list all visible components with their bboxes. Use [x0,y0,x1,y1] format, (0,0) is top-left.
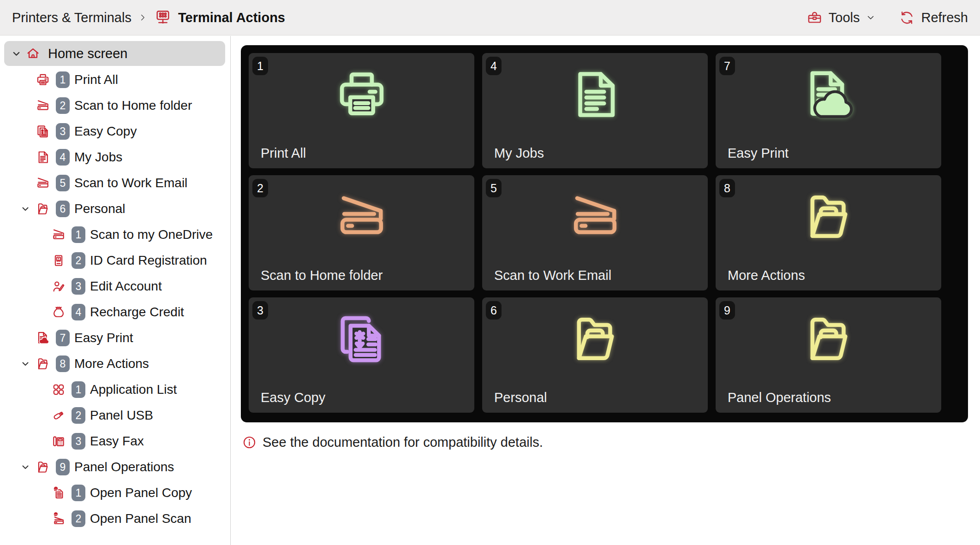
tile-panel-operations[interactable]: 9 Panel Operations [716,297,941,413]
tree-item-scan-to-my-onedrive[interactable]: 1 Scan to my OneDrive [0,222,230,248]
tree-item-label: My Jobs [74,150,122,165]
open-folder-icon [565,308,626,369]
tree-item-home-screen[interactable]: Home screen [4,41,225,66]
tile-scan-to-work-email[interactable]: 5 Scan to Work Email [482,175,708,290]
tree-item-scan-to-home-folder[interactable]: 2 Scan to Home folder [0,93,230,118]
tree-item-label: Scan to Work Email [74,176,187,190]
open-folder-icon [798,308,859,369]
tree-item-easy-copy[interactable]: 3 Easy Copy [0,118,230,144]
order-badge: 8 [56,355,70,372]
scanner-icon [35,175,51,191]
order-badge: 4 [72,304,85,320]
tile-number-badge: 9 [719,301,735,320]
tree-sidebar: Home screen 1 Print All 2 Scan to Home f… [0,36,231,545]
tools-label: Tools [829,10,860,25]
compatibility-note: See the documentation for compatibility … [242,435,543,450]
tree-item-panel-operations[interactable]: 9 Panel Operations [0,454,230,480]
tile-personal[interactable]: 6 Personal [482,297,708,413]
expander-chevron-icon[interactable] [11,48,22,59]
tree-item-label: Scan to Home folder [74,98,192,113]
tree-item-application-list[interactable]: 1 Application List [0,377,230,403]
top-bar: Printers & Terminals Terminal Actions To… [0,0,980,36]
copy-docs-icon [35,124,51,139]
refresh-button[interactable]: Refresh [898,9,968,26]
tree-item-panel-usb[interactable]: 2 Panel USB [0,403,230,428]
open-folder-icon [35,459,51,475]
order-badge: 3 [72,433,85,450]
tree-item-easy-print[interactable]: 7 Easy Print [0,325,230,351]
tree-item-label: Open Panel Copy [90,486,192,500]
copy-bubble-icon [51,485,66,501]
order-badge: 2 [56,97,70,114]
page-title: Terminal Actions [178,10,285,25]
order-badge: 2 [72,407,85,424]
expander-chevron-icon[interactable] [20,358,31,369]
tree-item-more-actions[interactable]: 8 More Actions [0,351,230,377]
app-grid-icon [51,382,66,397]
order-badge: 3 [72,278,85,295]
tree-item-print-all[interactable]: 1 Print All [0,67,230,93]
document-icon [35,149,51,165]
compatibility-note-text: See the documentation for compatibility … [263,435,543,450]
tile-label: Easy Print [728,146,789,161]
open-folder-icon [35,356,51,372]
order-badge: 5 [56,175,70,191]
scanner-icon [35,98,51,113]
house-icon [25,46,41,61]
tree-item-id-card-registration[interactable]: 2 ID Card Registration [0,248,230,273]
tile-scan-to-home-folder[interactable]: 2 Scan to Home folder [249,175,474,290]
tile-number-badge: 2 [252,179,268,197]
tile-my-jobs[interactable]: 4 My Jobs [482,53,708,168]
tree-item-my-jobs[interactable]: 4 My Jobs [0,144,230,170]
toolbar: Tools Refresh [806,9,968,26]
order-badge: 9 [56,459,70,475]
tree-item-label: Easy Print [74,331,133,345]
tools-button[interactable]: Tools [806,9,877,26]
tree-item-label: Home screen [48,46,127,61]
tree-item-recharge-credit[interactable]: 4 Recharge Credit [0,299,230,325]
tree-item-label: ID Card Registration [90,253,207,268]
tree-item-scan-to-work-email[interactable]: 5 Scan to Work Email [0,170,230,196]
scanner-icon [565,186,626,247]
printer-icon [331,64,392,125]
scanner-icon [51,227,66,243]
tree-item-label: Easy Copy [74,124,137,139]
scanner-icon [331,186,392,247]
expander-chevron-icon[interactable] [20,203,31,214]
doc-cloud-icon [798,64,859,125]
tile-easy-copy[interactable]: 3 Easy Copy [249,297,474,413]
terminal-icon [154,8,172,27]
tree-item-label: Easy Fax [90,434,144,449]
tree-item-easy-fax[interactable]: 3 Easy Fax [0,428,230,454]
expander-chevron-icon[interactable] [20,462,31,473]
order-badge: 3 [56,123,70,140]
tile-label: Panel Operations [728,390,831,405]
tree-item-open-panel-scan[interactable]: 2 Open Panel Scan [0,506,230,532]
usb-stick-icon [51,408,66,423]
tile-label: Personal [494,390,547,405]
tree-item-label: Edit Account [90,279,162,294]
tree-item-label: More Actions [74,356,149,371]
edit-user-icon [51,278,66,294]
doc-cloud-icon [35,330,51,346]
tree-item-personal[interactable]: 6 Personal [0,196,230,222]
tile-number-badge: 3 [252,301,268,320]
tree-item-open-panel-copy[interactable]: 1 Open Panel Copy [0,480,230,506]
tile-label: Scan to Home folder [261,268,382,283]
order-badge: 2 [72,510,85,527]
tile-easy-print[interactable]: 7 Easy Print [716,53,941,168]
breadcrumb-section[interactable]: Printers & Terminals [12,10,131,25]
tile-number-badge: 6 [486,301,502,320]
scan-bubble-icon [51,511,66,527]
open-folder-icon [798,186,859,247]
fax-icon [51,433,66,449]
money-bag-icon [51,304,66,320]
tree-item-edit-account[interactable]: 3 Edit Account [0,273,230,299]
tile-grid: 1 Print All 4 My Jobs 7 Easy Print 2 Sca… [249,53,960,413]
info-icon [242,435,257,450]
id-card-icon [51,253,66,268]
tile-number-badge: 4 [486,57,502,75]
tile-more-actions[interactable]: 8 More Actions [716,175,941,290]
tile-label: Scan to Work Email [494,268,611,283]
tile-print-all[interactable]: 1 Print All [249,53,474,168]
